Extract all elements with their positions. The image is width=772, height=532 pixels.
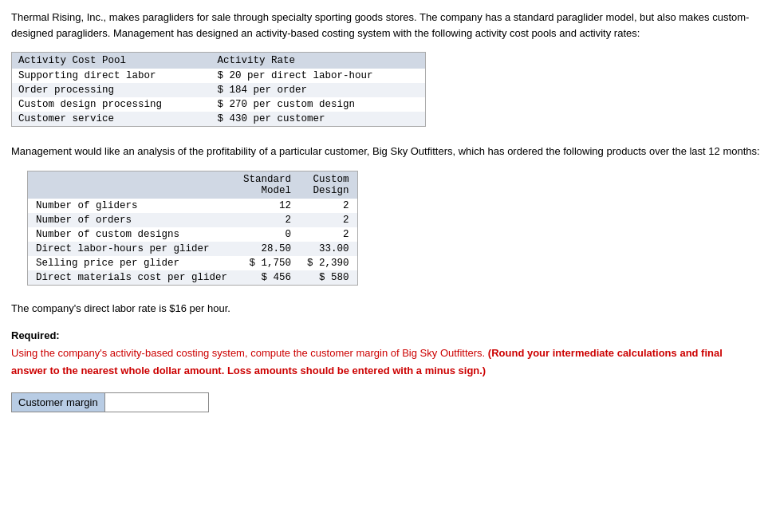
activity-table-row: Order processing $ 184 per order bbox=[12, 83, 425, 97]
activity-table: Activity Cost Pool Activity Rate Support… bbox=[12, 53, 425, 126]
activity-rate-cell: $ 430 per customer bbox=[211, 112, 425, 126]
data-table-wrapper: StandardModel CustomDesign Number of gli… bbox=[27, 171, 358, 286]
data-row-custom: $ 2,390 bbox=[299, 256, 357, 270]
activity-pool-cell: Customer service bbox=[12, 112, 211, 126]
required-section: Required: Using the company's activity-b… bbox=[11, 327, 761, 380]
activity-pool-cell: Custom design processing bbox=[12, 97, 211, 112]
activity-rate-cell: $ 270 per custom design bbox=[211, 97, 425, 112]
data-row-custom: 2 bbox=[299, 213, 357, 227]
required-body-plain: Using the company's activity-based costi… bbox=[11, 347, 485, 359]
data-row-standard: $ 456 bbox=[235, 270, 299, 285]
customer-margin-input[interactable] bbox=[105, 392, 209, 412]
activity-rate-cell: $ 20 per direct labor-hour bbox=[211, 69, 425, 83]
data-table-row: Number of custom designs 0 2 bbox=[28, 227, 357, 242]
activity-table-row: Supporting direct labor $ 20 per direct … bbox=[12, 69, 425, 83]
data-row-custom: $ 580 bbox=[299, 270, 357, 285]
activity-table-wrapper: Activity Cost Pool Activity Rate Support… bbox=[11, 52, 426, 127]
data-col-standard-header: StandardModel bbox=[235, 171, 299, 199]
data-table-row: Selling price per glider $ 1,750 $ 2,390 bbox=[28, 256, 357, 270]
activity-rate-cell: $ 184 per order bbox=[211, 83, 425, 97]
activity-table-row: Custom design processing $ 270 per custo… bbox=[12, 97, 425, 112]
data-row-label: Number of custom designs bbox=[28, 227, 235, 242]
data-row-label: Direct labor-hours per glider bbox=[28, 242, 235, 256]
data-row-standard: 0 bbox=[235, 227, 299, 242]
data-table-row: Number of orders 2 2 bbox=[28, 213, 357, 227]
activity-col2-header: Activity Rate bbox=[211, 53, 425, 69]
data-row-custom: 2 bbox=[299, 227, 357, 242]
data-row-label: Direct materials cost per glider bbox=[28, 270, 235, 285]
data-row-custom: 2 bbox=[299, 199, 357, 213]
activity-pool-cell: Supporting direct labor bbox=[12, 69, 211, 83]
data-col-custom-header: CustomDesign bbox=[299, 171, 357, 199]
activity-col1-header: Activity Cost Pool bbox=[12, 53, 211, 69]
intro-paragraph: Thermal Rising, Inc., makes paragliders … bbox=[11, 10, 761, 41]
data-row-standard: 2 bbox=[235, 213, 299, 227]
data-row-label: Number of orders bbox=[28, 213, 235, 227]
data-row-standard: 28.50 bbox=[235, 242, 299, 256]
middle-text: Management would like an analysis of the… bbox=[11, 144, 761, 160]
data-col-label-header bbox=[28, 171, 235, 199]
data-table-row: Number of gliders 12 2 bbox=[28, 199, 357, 213]
required-label: Required: bbox=[11, 329, 60, 341]
labor-rate-text: The company's direct labor rate is $16 p… bbox=[11, 302, 761, 314]
data-table-row: Direct labor-hours per glider 28.50 33.0… bbox=[28, 242, 357, 256]
data-row-label: Number of gliders bbox=[28, 199, 235, 213]
data-row-custom: 33.00 bbox=[299, 242, 357, 256]
answer-row: Customer margin bbox=[11, 392, 761, 412]
data-table-row: Direct materials cost per glider $ 456 $… bbox=[28, 270, 357, 285]
activity-pool-cell: Order processing bbox=[12, 83, 211, 97]
data-row-label: Selling price per glider bbox=[28, 256, 235, 270]
activity-table-row: Customer service $ 430 per customer bbox=[12, 112, 425, 126]
data-table: StandardModel CustomDesign Number of gli… bbox=[28, 171, 357, 285]
customer-margin-label: Customer margin bbox=[11, 392, 105, 412]
data-row-standard: 12 bbox=[235, 199, 299, 213]
data-row-standard: $ 1,750 bbox=[235, 256, 299, 270]
